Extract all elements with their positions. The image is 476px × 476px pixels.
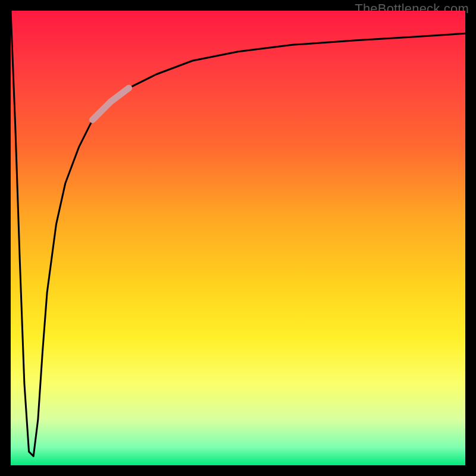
chart-frame: TheBottleneck.com (0, 0, 476, 476)
curve-layer (11, 11, 465, 465)
plot-area (11, 11, 465, 465)
bottleneck-curve (11, 11, 465, 456)
highlight-segment (93, 88, 129, 120)
